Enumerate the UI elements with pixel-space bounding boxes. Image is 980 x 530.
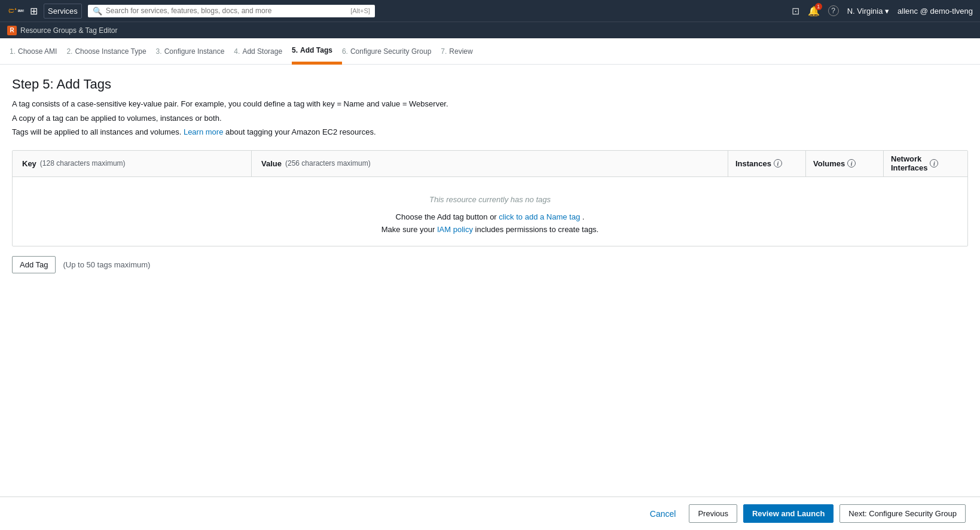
step-4-storage[interactable]: 4. Add Storage: [234, 38, 292, 65]
step-6-security[interactable]: 6. Configure Security Group: [342, 38, 441, 65]
description-3: Tags will be applied to all instances an…: [12, 126, 968, 138]
nav-right: ⊡ 🔔 1 ? N. Virginia ▾ allenc @ demo-tlve…: [792, 5, 973, 17]
svg-text:aws: aws: [18, 8, 24, 13]
page-title: Step 5: Add Tags: [12, 77, 968, 92]
col-network-header: NetworkInterfaces i: [884, 151, 967, 176]
description-1: A tag consists of a case-sensitive key-v…: [12, 98, 968, 110]
tags-table: Key (128 characters maximum) Value (256 …: [12, 150, 968, 246]
network-info-icon[interactable]: i: [930, 159, 938, 167]
add-tag-button[interactable]: Add Tag: [12, 256, 56, 273]
step-7-label: Review: [449, 47, 472, 56]
col-instances-header: Instances i: [728, 151, 806, 176]
tags-table-header: Key (128 characters maximum) Value (256 …: [13, 151, 967, 177]
step-1-num: 1.: [10, 47, 16, 56]
step-3-label: Configure Instance: [164, 47, 225, 56]
tag-limit-text: (Up to 50 tags maximum): [63, 260, 150, 269]
desc3-before: Tags will be applied to all instances an…: [12, 127, 181, 136]
breadcrumb-bar: R Resource Groups & Tag Editor: [0, 22, 980, 38]
step-1-choose-ami[interactable]: 1. Choose AMI: [10, 38, 66, 65]
step-5-num: 5.: [292, 46, 298, 54]
step-6-label: Configure Security Group: [350, 47, 431, 56]
main-content: Step 5: Add Tags A tag consists of a cas…: [0, 65, 980, 497]
learn-more-link[interactable]: Learn more: [184, 127, 223, 136]
empty-instruction-1: Choose the Add tag button or click to ad…: [22, 212, 958, 221]
col-key-label: Key: [22, 159, 36, 168]
search-icon: 🔍: [93, 7, 102, 16]
step-3-num: 3.: [156, 47, 162, 56]
bell-icon[interactable]: 🔔 1: [808, 5, 820, 17]
col-key-hint: (128 characters maximum): [40, 159, 126, 167]
tags-empty-state: This resource currently has no tags Choo…: [13, 177, 967, 246]
col-value-hint: (256 characters maximum): [285, 159, 371, 167]
volumes-info-icon[interactable]: i: [847, 159, 856, 167]
empty-message: This resource currently has no tags: [22, 195, 958, 204]
terminal-icon[interactable]: ⊡: [792, 5, 799, 17]
notification-badge: 1: [815, 3, 822, 10]
top-navigation: aws ⊞ Services 🔍 [Alt+S] ⊡ 🔔 1 ? N. Virg…: [0, 0, 980, 22]
col-value-header: Value (256 characters maximum): [252, 151, 728, 176]
description-2: A copy of a tag can be applied to volume…: [12, 112, 968, 124]
wizard-steps: 1. Choose AMI 2. Choose Instance Type 3.…: [0, 38, 980, 65]
aws-logo[interactable]: aws: [7, 5, 24, 16]
step-2-label: Choose Instance Type: [75, 47, 146, 56]
help-icon[interactable]: ?: [828, 5, 839, 16]
breadcrumb-text: Resource Groups & Tag Editor: [20, 26, 118, 35]
user-menu[interactable]: allenc @ demo-tlveng: [897, 7, 973, 16]
col-volumes-header: Volumes i: [806, 151, 884, 176]
services-button[interactable]: Services: [44, 4, 82, 19]
add-name-tag-link[interactable]: click to add a Name tag: [499, 212, 580, 221]
empty-iam: Make sure your IAM policy includes permi…: [22, 225, 958, 234]
search-shortcut: [Alt+S]: [350, 7, 370, 14]
step-7-num: 7.: [441, 47, 447, 56]
step-6-num: 6.: [342, 47, 348, 56]
step-4-label: Add Storage: [242, 47, 282, 56]
add-tag-row: Add Tag (Up to 50 tags maximum): [12, 256, 968, 273]
desc3-after: about tagging your Amazon EC2 resources.: [225, 127, 375, 136]
iam-policy-link[interactable]: IAM policy: [437, 225, 473, 234]
step-3-configure[interactable]: 3. Configure Instance: [156, 38, 234, 65]
step-1-label: Choose AMI: [18, 47, 57, 56]
col-volumes-label: Volumes: [813, 159, 845, 168]
col-value-label: Value: [261, 159, 282, 168]
search-input[interactable]: [106, 7, 347, 15]
step-2-choose-instance[interactable]: 2. Choose Instance Type: [66, 38, 155, 65]
region-selector[interactable]: N. Virginia ▾: [847, 7, 889, 16]
step-7-review[interactable]: 7. Review: [441, 38, 482, 65]
search-bar: 🔍 [Alt+S]: [88, 5, 375, 17]
step-4-num: 4.: [234, 47, 240, 56]
step-5-tags[interactable]: 5. Add Tags: [292, 38, 342, 65]
col-instances-label: Instances: [735, 159, 771, 168]
instances-info-icon[interactable]: i: [774, 159, 782, 167]
step-5-label: Add Tags: [300, 46, 332, 54]
col-key-header: Key (128 characters maximum): [13, 151, 252, 176]
col-network-label: NetworkInterfaces: [891, 154, 927, 172]
grid-icon[interactable]: ⊞: [30, 5, 38, 17]
step-2-num: 2.: [66, 47, 72, 56]
resource-groups-logo: R: [7, 26, 17, 35]
